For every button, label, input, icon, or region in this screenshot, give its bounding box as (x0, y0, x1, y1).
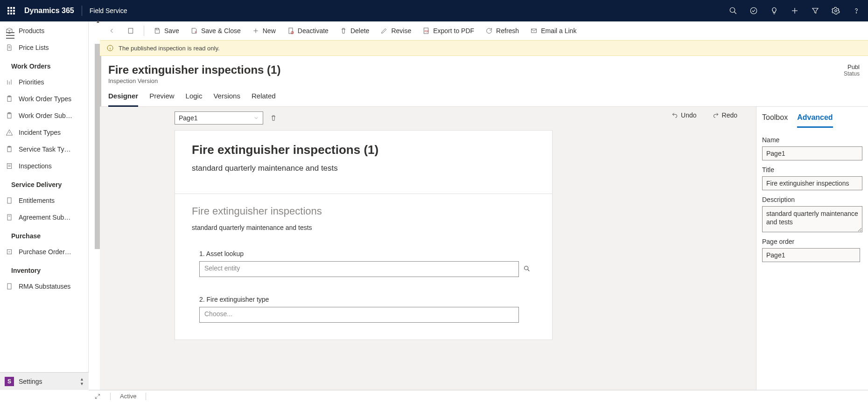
tab-preview[interactable]: Preview (149, 92, 174, 106)
add-icon[interactable] (791, 7, 799, 15)
status-field: Publ Status (844, 63, 860, 77)
svg-point-2 (750, 7, 757, 14)
email-link-button[interactable]: Email a Link (525, 24, 581, 37)
filter-icon[interactable] (811, 7, 819, 15)
search-icon[interactable] (523, 265, 531, 274)
record-header: Fire extinguisher inspections (1) Inspec… (100, 56, 868, 86)
gear-icon[interactable] (832, 7, 840, 15)
sidebar-item-products[interactable]: Products (6, 22, 88, 39)
canvas-title: Fire extinguisher inspections (1) (192, 143, 535, 157)
tab-versions[interactable]: Versions (213, 92, 240, 106)
new-button[interactable]: New (247, 24, 280, 37)
prop-desc-field[interactable]: standard quarterly maintenance and tests (762, 206, 862, 232)
section-work-orders: Work Orders (6, 56, 88, 74)
question-1-label: 1. Asset lookup (199, 250, 535, 257)
tab-designer[interactable]: Designer (108, 92, 138, 107)
status-label: Status (844, 70, 860, 77)
asset-lookup-input[interactable]: Select entity (199, 261, 519, 277)
tab-related[interactable]: Related (252, 92, 276, 106)
section-inventory: Inventory (6, 260, 88, 278)
delete-page-icon[interactable] (270, 114, 277, 122)
topbar-actions (729, 7, 861, 15)
save-close-button[interactable]: Save & Close (186, 24, 245, 37)
main-area: Save Save & Close New Deactivate Delete … (100, 21, 868, 390)
info-icon (106, 44, 114, 52)
task-icon[interactable] (749, 7, 758, 15)
prop-pageorder-field[interactable]: Page1 (762, 248, 860, 262)
open-pane-button[interactable] (122, 24, 139, 37)
panel-tabs: Toolbox Advanced (762, 113, 862, 128)
label: Revise (391, 27, 411, 35)
sidebar-item-entitlements[interactable]: Entitlements (6, 192, 88, 209)
label: Deactivate (298, 27, 329, 35)
sidebar-item-inspections[interactable]: Inspections (6, 158, 88, 174)
question-2-label: 2. Fire extinguisher type (199, 296, 535, 303)
panel-tab-advanced[interactable]: Advanced (797, 113, 833, 128)
clipboard-icon (6, 112, 13, 119)
export-pdf-button[interactable]: PDFExport to PDF (418, 24, 479, 37)
redo-button[interactable]: Redo (713, 111, 737, 119)
undo-button[interactable]: Undo (672, 111, 696, 119)
properties-panel: Toolbox Advanced Name Page1 Title Fire e… (756, 107, 868, 390)
svg-rect-19 (7, 164, 11, 169)
brand-label: Dynamics 365 (24, 7, 74, 15)
svg-point-6 (856, 13, 856, 13)
prop-name-field[interactable]: Page1 (762, 146, 862, 160)
svg-rect-27 (128, 28, 133, 34)
inspection-canvas[interactable]: ▲ ▼ Fire extinguisher inspections (1) st… (175, 130, 553, 340)
sidebar-item-rma[interactable]: RMA Substatuses (6, 278, 88, 295)
revise-button[interactable]: Revise (376, 24, 416, 37)
area-selector[interactable]: S Settings ▲▼ (0, 372, 89, 390)
prop-title-label: Title (762, 166, 862, 173)
back-button[interactable] (104, 24, 120, 37)
divider (82, 6, 82, 16)
prop-title-field[interactable]: Fire extinguisher inspections (762, 176, 862, 190)
sidebar-item-priorities[interactable]: Priorities (6, 74, 88, 90)
separator (110, 393, 111, 400)
sidebar-item-agreement-subst[interactable]: Agreement Subst... (6, 209, 88, 226)
refresh-button[interactable]: Refresh (481, 24, 524, 37)
area-label: Settings (19, 378, 42, 385)
svg-rect-22 (7, 198, 11, 203)
sidebar-item-wo-subs[interactable]: Work Order Subs... (6, 107, 88, 124)
status-text: Active (120, 393, 136, 400)
deactivate-button[interactable]: Deactivate (282, 24, 333, 37)
label: Delete (350, 27, 369, 35)
sidebar-item-label: Price Lists (19, 44, 49, 51)
label: Save (164, 27, 179, 35)
label: Email a Link (541, 27, 576, 35)
sidebar-item-wo-types[interactable]: Work Order Types (6, 90, 88, 107)
tab-logic[interactable]: Logic (186, 92, 203, 106)
question-2-input-wrap: Choose... (199, 307, 535, 323)
svg-point-0 (730, 7, 735, 13)
panel-tab-toolbox[interactable]: Toolbox (762, 113, 788, 128)
sidebar-item-service-task-types[interactable]: Service Task Types (6, 141, 88, 158)
prop-desc-label: Description (762, 196, 862, 203)
canvas-section-title: Fire extinguisher inspections (192, 205, 535, 217)
box-icon (6, 27, 13, 35)
save-button[interactable]: Save (149, 24, 184, 37)
expand-icon[interactable] (94, 393, 101, 400)
canvas-description: standard quarterly maintenance and tests (192, 164, 535, 173)
lightbulb-icon[interactable] (770, 7, 778, 15)
inspection-icon (6, 162, 13, 170)
page-selector-value: Page1 (179, 114, 197, 122)
sidebar-item-incident-types[interactable]: Incident Types (6, 124, 88, 141)
record-title: Fire extinguisher inspections (1) (108, 63, 280, 76)
record-subtitle: Inspection Version (108, 77, 280, 84)
section-service-delivery: Service Delivery (6, 174, 88, 192)
page-selector[interactable]: Page1 (175, 111, 263, 125)
undo-redo-group: Undo Redo (672, 111, 737, 119)
app-launcher-icon[interactable] (7, 7, 15, 14)
sidebar-item-price-lists[interactable]: Price Lists (6, 39, 88, 56)
document-icon (6, 197, 13, 204)
search-icon[interactable] (729, 7, 737, 15)
delete-button[interactable]: Delete (335, 24, 374, 37)
form-tabs: Designer Preview Logic Versions Related (100, 86, 868, 107)
sidebar-item-purchase-order[interactable]: Purchase Order S... (6, 243, 88, 260)
extinguisher-type-select[interactable]: Choose... (199, 307, 519, 323)
help-icon[interactable] (852, 7, 861, 15)
svg-rect-28 (156, 28, 158, 30)
separator (175, 194, 552, 194)
svg-point-5 (835, 10, 837, 12)
